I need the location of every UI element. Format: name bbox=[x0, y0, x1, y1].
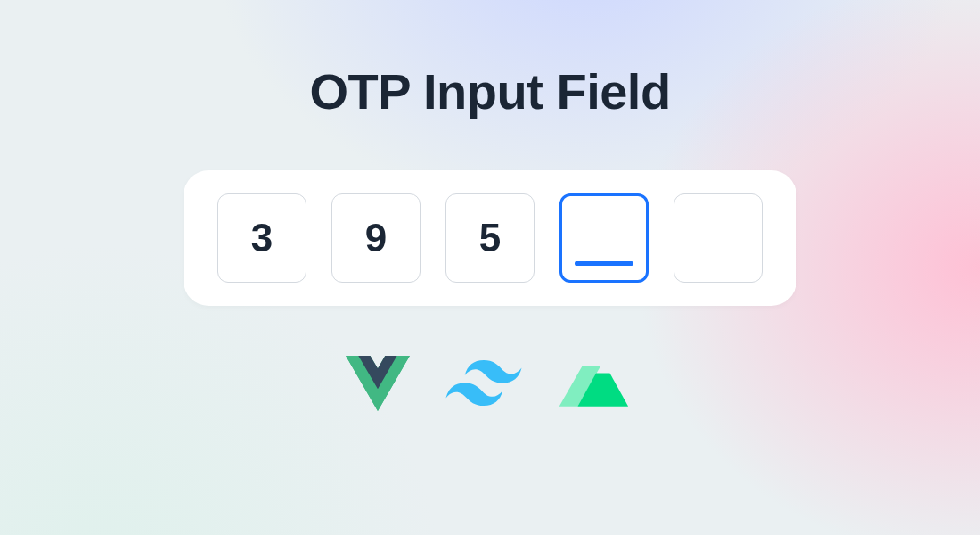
otp-cell-0[interactable]: 3 bbox=[217, 193, 306, 283]
nuxt-icon bbox=[558, 358, 634, 409]
otp-cell-3[interactable] bbox=[559, 193, 649, 283]
otp-cell-2[interactable]: 5 bbox=[445, 193, 535, 283]
page-title: OTP Input Field bbox=[309, 62, 670, 120]
otp-cell-1[interactable]: 9 bbox=[331, 193, 421, 283]
otp-card: 3 9 5 bbox=[184, 170, 796, 306]
tailwind-icon bbox=[445, 360, 522, 407]
vue-icon bbox=[346, 356, 410, 411]
otp-cell-4[interactable] bbox=[674, 193, 763, 283]
tech-logos bbox=[346, 356, 634, 411]
